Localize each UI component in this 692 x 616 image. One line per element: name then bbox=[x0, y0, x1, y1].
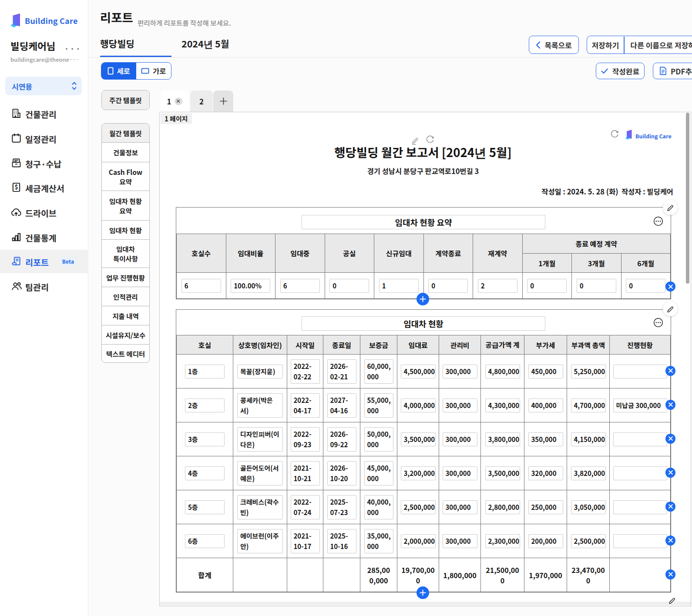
svg-text:$: $ bbox=[15, 183, 18, 191]
